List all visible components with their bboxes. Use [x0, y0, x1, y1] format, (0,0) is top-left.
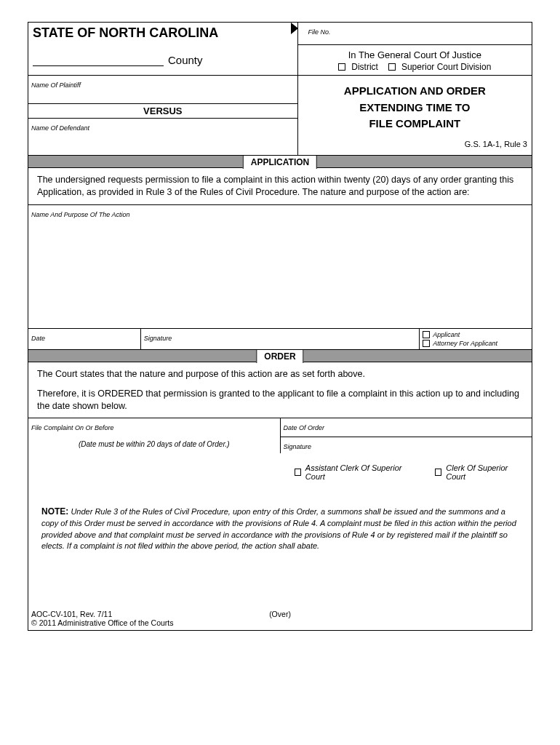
asst-clerk-checkbox[interactable]: [295, 469, 301, 476]
superior-checkbox[interactable]: [388, 63, 396, 71]
order-body: The Court states that the nature and pur…: [28, 362, 532, 418]
district-checkbox[interactable]: [338, 63, 345, 71]
date-order-label: Date Of Order: [284, 424, 325, 431]
app-date-box[interactable]: Date: [28, 329, 141, 349]
file-no-label: File No.: [308, 28, 331, 36]
title-line-3: FILE COMPLAINT: [301, 116, 529, 132]
order-section-label: ORDER: [256, 350, 303, 363]
court-title: In The General Court Of Justice: [298, 45, 532, 60]
date-order-box[interactable]: Date Of Order: [281, 418, 532, 437]
plaintiff-box[interactable]: Name Of Plaintiff: [28, 76, 297, 103]
application-section-bar: APPLICATION: [28, 155, 532, 168]
attorney-label: Attorney For Applicant: [433, 340, 497, 347]
file-before-box[interactable]: File Complaint On Or Before: [28, 418, 280, 437]
clerk-label: Clerk Of Superior Court: [446, 463, 517, 481]
note-text: Under Rule 3 of the Rules of Civil Proce…: [41, 507, 516, 550]
application-section-label: APPLICATION: [243, 156, 317, 169]
footer-left: AOC-CV-101, Rev. 7/11 © 2011 Administrat…: [31, 610, 173, 627]
app-signature-box[interactable]: Signature: [141, 329, 420, 349]
file-no-box[interactable]: File No.: [298, 23, 532, 45]
title-line-2: EXTENDING TIME TO: [301, 100, 529, 116]
county-input[interactable]: [33, 55, 164, 66]
date-hint: (Date must be within 20 days of date of …: [28, 437, 280, 451]
defendant-box[interactable]: Name Of Defendant: [28, 119, 297, 155]
over-label: (Over): [269, 610, 291, 618]
defendant-label: Name Of Defendant: [31, 124, 89, 132]
gs-reference: G.S. 1A-1, Rule 3: [298, 140, 532, 150]
superior-label: Superior Court Division: [401, 62, 491, 72]
applicant-checkbox[interactable]: [423, 331, 430, 338]
application-body-text: The undersigned requests permission to f…: [28, 168, 532, 204]
name-purpose-label: Name And Purpose Of The Action: [31, 211, 129, 218]
county-label: County: [168, 54, 203, 66]
county-line: County: [28, 48, 297, 71]
name-purpose-box[interactable]: Name And Purpose Of The Action: [28, 204, 532, 328]
district-label: District: [351, 62, 378, 72]
clerk-checkbox[interactable]: [435, 469, 441, 476]
arrow-right-icon: [291, 23, 298, 34]
page: STATE OF NORTH CAROLINA County File No. …: [0, 0, 560, 653]
versus-label: VERSUS: [28, 103, 297, 119]
applicant-label: Applicant: [433, 331, 460, 338]
order-section-bar: ORDER: [28, 349, 532, 362]
order-signature-box[interactable]: Signature: [281, 437, 532, 453]
app-date-label: Date: [31, 335, 45, 342]
form-frame: STATE OF NORTH CAROLINA County File No. …: [28, 22, 532, 631]
plaintiff-label: Name Of Plaintiff: [31, 81, 81, 89]
app-signature-label: Signature: [144, 335, 172, 342]
note-block: NOTE: Under Rule 3 of the Rules of Civil…: [28, 491, 532, 581]
file-before-label: File Complaint On Or Before: [31, 424, 114, 431]
order-body-1: The Court states that the nature and pur…: [37, 368, 523, 381]
order-body-2: Therefore, it is ORDERED that permission…: [37, 388, 523, 413]
copyright: © 2011 Administrative Office of the Cour…: [31, 618, 173, 627]
attorney-checkbox[interactable]: [423, 340, 430, 347]
title-line-1: APPLICATION AND ORDER: [301, 83, 529, 100]
state-title: STATE OF NORTH CAROLINA: [28, 23, 297, 48]
order-signature-label: Signature: [284, 443, 312, 450]
form-id: AOC-CV-101, Rev. 7/11: [31, 610, 173, 618]
form-title: APPLICATION AND ORDER EXTENDING TIME TO …: [298, 76, 532, 140]
asst-clerk-label: Assistant Clerk Of Superior Court: [305, 463, 407, 481]
note-label: NOTE:: [41, 506, 68, 517]
